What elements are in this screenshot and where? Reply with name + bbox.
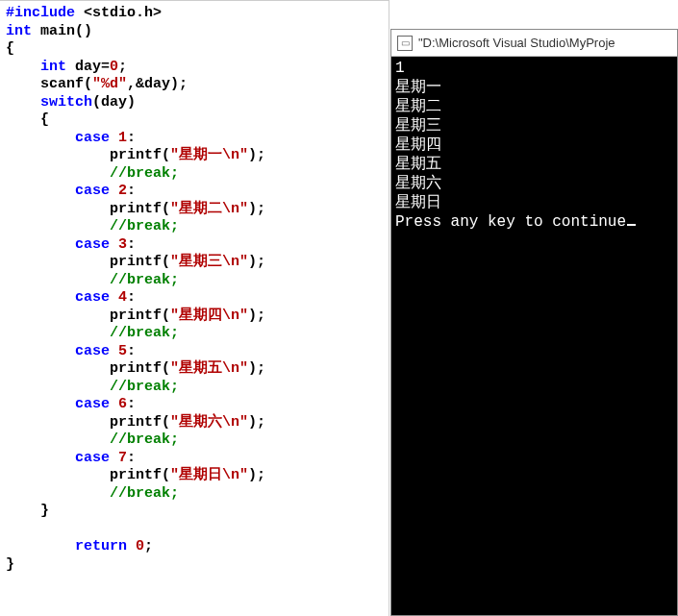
code-line: //break;	[6, 379, 389, 397]
code-line	[6, 521, 389, 539]
console-window: ▭ "D:\Microsoft Visual Studio\MyProje 1星…	[390, 29, 678, 616]
code-line: printf("星期三\n");	[6, 254, 389, 272]
console-line: 星期四	[395, 136, 673, 155]
code-line: case 7:	[6, 450, 389, 468]
code-line: printf("星期日\n");	[6, 467, 389, 485]
code-line: case 4:	[6, 289, 389, 308]
code-line: printf("星期五\n");	[6, 360, 389, 379]
code-line: {	[6, 111, 389, 130]
code-line: case 5:	[6, 343, 389, 361]
code-line: //break;	[6, 218, 389, 236]
console-line: Press any key to continue	[395, 212, 673, 232]
console-line: 星期三	[395, 116, 673, 136]
code-line: scanf("%d",&day);	[6, 76, 389, 94]
code-line: printf("星期四\n");	[6, 308, 389, 326]
code-line: return 0;	[6, 538, 389, 556]
console-line: 星期二	[395, 97, 673, 116]
console-output[interactable]: 1星期一星期二星期三星期四星期五星期六星期日Press any key to c…	[391, 57, 677, 615]
code-line: case 6:	[6, 396, 389, 414]
console-line: 1	[395, 59, 673, 78]
code-line: printf("星期二\n");	[6, 201, 389, 219]
code-line: switch(day)	[6, 94, 389, 112]
code-line: //break;	[6, 485, 389, 504]
cursor	[627, 224, 636, 226]
code-line: }	[6, 503, 389, 521]
code-line: }	[6, 556, 389, 575]
code-line: //break;	[6, 431, 389, 450]
code-line: //break;	[6, 325, 389, 343]
code-line: int day=0;	[6, 59, 389, 77]
code-editor[interactable]: #include <stdio.h>int main(){ int day=0;…	[0, 0, 389, 616]
console-line: 星期五	[395, 155, 673, 174]
code-line: case 1:	[6, 130, 389, 148]
code-line: int main()	[6, 23, 389, 41]
code-line: case 2:	[6, 183, 389, 201]
console-title: "D:\Microsoft Visual Studio\MyProje	[418, 36, 615, 50]
code-line: #include <stdio.h>	[6, 5, 389, 23]
app-icon: ▭	[397, 36, 413, 51]
code-line: {	[6, 40, 389, 59]
console-titlebar[interactable]: ▭ "D:\Microsoft Visual Studio\MyProje	[391, 30, 677, 57]
console-line: 星期六	[395, 174, 673, 193]
console-line: 星期日	[395, 193, 673, 212]
code-content: #include <stdio.h>int main(){ int day=0;…	[6, 5, 389, 574]
code-line: printf("星期一\n");	[6, 147, 389, 165]
code-line: case 3:	[6, 236, 389, 255]
code-line: printf("星期六\n");	[6, 414, 389, 432]
code-line: //break;	[6, 165, 389, 184]
console-line: 星期一	[395, 78, 673, 97]
code-line: //break;	[6, 272, 389, 290]
